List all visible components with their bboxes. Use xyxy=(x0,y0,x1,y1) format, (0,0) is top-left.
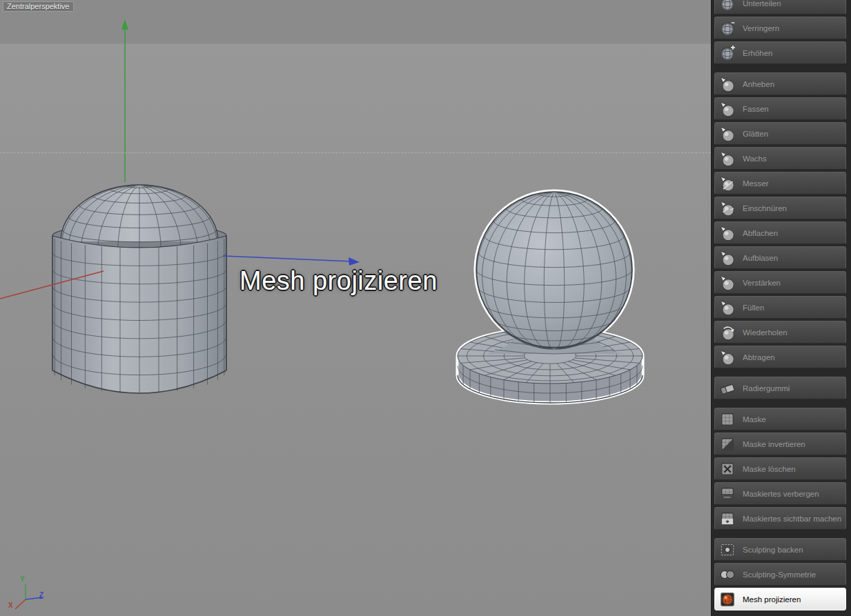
sidebar-item-pinch[interactable]: Einschnüren xyxy=(714,197,846,219)
sidebar-button-list: UnterteilenVerringernErhöhenAnhebenFasse… xyxy=(714,0,846,610)
sidebar-item-label: Sculpting-Symmetrie xyxy=(743,570,816,579)
sidebar-item-label: Aufblasen xyxy=(743,254,778,262)
sidebar-item-subdivide[interactable]: Unterteilen xyxy=(714,0,846,14)
sidebar-item-label: Mesh projizieren xyxy=(743,595,801,604)
mask-invert-icon xyxy=(718,435,736,453)
increase-icon xyxy=(718,44,736,62)
fill-icon xyxy=(718,299,736,317)
axis-gizmo-z-label: Z xyxy=(39,591,43,599)
sidebar-item-flatten[interactable]: Abflachen xyxy=(714,221,846,244)
horizon-dashed-line xyxy=(0,152,711,153)
sidebar-item-label: Maskiertes sichtbar machen xyxy=(743,515,841,523)
repeat-icon xyxy=(718,324,736,341)
sidebar-item-label: Einschnüren xyxy=(743,204,787,212)
sidebar-group-gap xyxy=(714,66,846,70)
smooth-icon xyxy=(718,125,736,143)
sidebar-group-gap xyxy=(714,370,846,375)
sidebar-item-label: Füllen xyxy=(743,304,764,312)
sidebar-item-bake[interactable]: Sculpting backen xyxy=(714,538,846,561)
bake-icon xyxy=(718,541,736,559)
mask-icon xyxy=(718,410,736,428)
sidebar-item-increase[interactable]: Erhöhen xyxy=(714,41,846,64)
sidebar-item-label: Maske xyxy=(743,415,766,424)
sidebar-item-label: Messer xyxy=(743,179,769,188)
sidebar-item-label: Verringern xyxy=(743,24,779,32)
sculpt-tool-sidebar: UnterteilenVerringernErhöhenAnhebenFasse… xyxy=(711,0,851,616)
viewport-3d-scene[interactable] xyxy=(0,0,711,616)
axis-gizmo-y-label: Y xyxy=(20,575,25,583)
viewport-3d[interactable]: Zentralperspektive Mesh projizieren Y Z … xyxy=(0,0,711,616)
sidebar-item-mask-delete[interactable]: Maske löschen xyxy=(714,457,846,480)
sidebar-item-label: Maskiertes verbergen xyxy=(743,490,819,498)
sidebar-item-label: Anheben xyxy=(743,80,774,88)
sidebar-item-eraser[interactable]: Radiergummi xyxy=(714,377,846,399)
knife-icon xyxy=(718,175,736,192)
sidebar-group-gap xyxy=(714,532,846,536)
sidebar-item-label: Maske löschen xyxy=(743,465,796,473)
pull-icon xyxy=(718,75,736,93)
sidebar-item-inflate[interactable]: Aufblasen xyxy=(714,246,846,269)
sidebar-item-label: Erhöhen xyxy=(743,49,772,57)
mesh-project-icon xyxy=(718,590,736,608)
sidebar-item-decrease[interactable]: Verringern xyxy=(714,17,846,39)
inflate-icon xyxy=(718,249,736,267)
sidebar-item-label: Abflachen xyxy=(743,229,778,237)
sidebar-item-label: Wachs xyxy=(743,155,767,163)
scrape-icon xyxy=(718,348,736,366)
sidebar-item-label: Fassen xyxy=(743,105,769,113)
decrease-icon xyxy=(718,19,736,37)
sidebar-item-label: Unterteilen xyxy=(743,0,781,8)
mask-delete-icon xyxy=(718,460,736,478)
sidebar-item-smooth[interactable]: Glätten xyxy=(714,122,846,145)
eraser-icon xyxy=(718,379,736,397)
sidebar-item-amplify[interactable]: Verstärken xyxy=(714,271,846,294)
amplify-icon xyxy=(718,274,736,292)
sidebar-item-label: Wiederholen xyxy=(743,328,788,337)
pinch-icon xyxy=(718,199,736,217)
sidebar-item-symmetry[interactable]: Sculpting-Symmetrie xyxy=(714,563,846,586)
subdivide-icon xyxy=(718,0,736,12)
mask-hide-icon xyxy=(718,485,736,503)
sidebar-item-wax[interactable]: Wachs xyxy=(714,147,846,170)
sidebar-item-label: Sculpting backen xyxy=(743,546,803,554)
sidebar-item-grab[interactable]: Fassen xyxy=(714,97,846,120)
grab-icon xyxy=(718,100,736,118)
axis-gizmo-x-label: X xyxy=(8,602,13,609)
sidebar-item-label: Verstärken xyxy=(743,279,781,287)
sidebar-item-label: Glätten xyxy=(743,130,768,138)
sidebar-item-mask-show[interactable]: Maskiertes sichtbar machen xyxy=(714,507,846,530)
sidebar-item-mask[interactable]: Maske xyxy=(714,408,846,430)
sidebar-item-label: Maske invertieren xyxy=(743,440,805,448)
sidebar-item-fill[interactable]: Füllen xyxy=(714,296,846,319)
sidebar-group-gap xyxy=(714,401,846,406)
sidebar-item-scrape[interactable]: Abtragen xyxy=(714,346,846,368)
sidebar-item-mesh-project[interactable]: Mesh projizieren xyxy=(714,588,846,610)
mask-show-icon xyxy=(718,510,736,528)
sidebar-item-pull[interactable]: Anheben xyxy=(714,72,846,95)
sidebar-item-label: Radiergummi xyxy=(743,384,790,393)
sidebar-item-repeat[interactable]: Wiederholen xyxy=(714,321,846,344)
application-window: Zentralperspektive Mesh projizieren Y Z … xyxy=(0,0,851,616)
sidebar-item-mask-invert[interactable]: Maske invertieren xyxy=(714,433,846,455)
camera-label: Zentralperspektive xyxy=(3,1,74,12)
wax-icon xyxy=(718,150,736,168)
sidebar-item-label: Abtragen xyxy=(743,353,775,361)
sidebar-item-knife[interactable]: Messer xyxy=(714,172,846,195)
sidebar-item-mask-hide[interactable]: Maskiertes verbergen xyxy=(714,482,846,505)
symmetry-icon xyxy=(718,566,736,584)
tool-overlay-text: Mesh projizieren xyxy=(239,266,438,296)
flatten-icon xyxy=(718,224,736,242)
